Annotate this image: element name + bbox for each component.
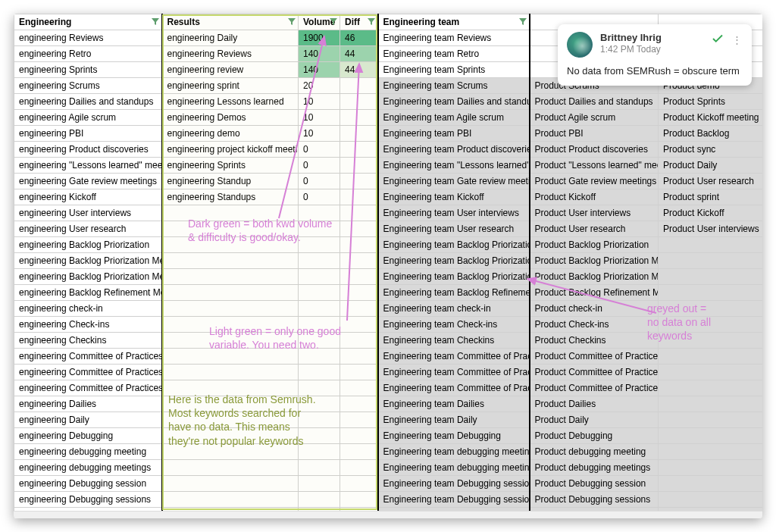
cell[interactable]	[299, 444, 340, 460]
cell[interactable]: Product "Lessons learned" meeting	[530, 158, 659, 174]
cell[interactable]: Engineering team Debugging session	[378, 476, 530, 492]
cell[interactable]: Product Committee of Practices meeting	[530, 365, 659, 380]
cell[interactable]	[340, 189, 378, 205]
cell[interactable]	[162, 253, 299, 269]
cell[interactable]	[340, 221, 378, 237]
table-row[interactable]: engineering DailyEngineering team DailyP…	[14, 412, 763, 428]
cell[interactable]: engineering debugging meeting	[14, 444, 162, 460]
col-header-engineering[interactable]: Engineering	[14, 14, 162, 30]
cell[interactable]	[162, 476, 299, 492]
cell[interactable]	[659, 317, 763, 333]
cell[interactable]: engineering Demos	[162, 110, 299, 126]
cell[interactable]: engineering Dailies and standups	[14, 94, 162, 110]
cell[interactable]: Product Kickoff	[659, 205, 763, 221]
cell[interactable]	[340, 285, 378, 301]
cell[interactable]: Product Backlog Refinement Meeting	[530, 285, 659, 301]
cell[interactable]: Engineering team User interviews	[378, 205, 530, 221]
cell[interactable]	[299, 333, 340, 349]
cell[interactable]	[340, 205, 378, 221]
cell[interactable]	[659, 380, 763, 396]
cell[interactable]: Product User interviews	[659, 221, 763, 237]
cell[interactable]	[340, 380, 378, 396]
cell[interactable]	[299, 365, 340, 380]
cell[interactable]: Product Backlog Priorization	[530, 237, 659, 253]
cell[interactable]: Product Daily	[659, 158, 763, 174]
col-header-team[interactable]: Engineering team	[378, 14, 530, 30]
table-row[interactable]: engineering DailiesEngineering team Dail…	[14, 396, 763, 412]
cell[interactable]: engineering Debugging sessions	[14, 492, 162, 508]
cell[interactable]: engineering Standup	[162, 174, 299, 189]
cell[interactable]: 44	[340, 46, 378, 62]
cell[interactable]	[659, 301, 763, 317]
cell[interactable]: Engineering team Gate review meeting	[378, 174, 530, 189]
cell[interactable]	[340, 317, 378, 333]
cell[interactable]	[299, 301, 340, 317]
cell[interactable]: 20	[299, 78, 340, 94]
col-header-results[interactable]: Results	[162, 14, 299, 30]
cell[interactable]: 0	[299, 142, 340, 158]
cell[interactable]: engineering Gate review meetings	[14, 174, 162, 189]
cell[interactable]: engineering Sprints	[14, 62, 162, 78]
cell[interactable]: Engineering team "Lessons learned"	[378, 158, 530, 174]
cell[interactable]: Product debugging meetings	[530, 460, 659, 476]
cell[interactable]	[659, 460, 763, 476]
cell[interactable]	[299, 253, 340, 269]
cell[interactable]: Product Kickoff	[530, 189, 659, 205]
cell[interactable]: Product sprint	[659, 189, 763, 205]
cell[interactable]: Product Debugging	[530, 428, 659, 444]
cell[interactable]: engineering "Lessons learned" meeting	[14, 158, 162, 174]
cell[interactable]	[340, 237, 378, 253]
table-row[interactable]: engineering debugging meetingEngineering…	[14, 444, 763, 460]
cell[interactable]	[659, 476, 763, 492]
cell[interactable]	[340, 396, 378, 412]
table-row[interactable]: engineering PBIengineering demo10Enginee…	[14, 126, 763, 142]
cell[interactable]: engineering review	[162, 62, 299, 78]
cell[interactable]: Product check-in	[530, 301, 659, 317]
cell[interactable]	[659, 237, 763, 253]
cell[interactable]	[340, 158, 378, 174]
cell[interactable]: Engineering team Backlog Priorization	[378, 237, 530, 253]
cell[interactable]: Engineering team Committee of Practices	[378, 380, 530, 396]
table-row[interactable]: engineering Backlog Refinement MeetingEn…	[14, 285, 763, 301]
table-row[interactable]: engineering Backlog PriorizationEngineer…	[14, 237, 763, 253]
cell[interactable]: Engineering team Committee of Practices	[378, 365, 530, 380]
cell[interactable]	[340, 444, 378, 460]
cell[interactable]: 10	[299, 110, 340, 126]
cell[interactable]: Product debugging meeting	[530, 444, 659, 460]
cell[interactable]: 1900	[299, 30, 340, 46]
cell[interactable]: Engineering team Check-ins	[378, 317, 530, 333]
cell[interactable]: engineering Backlog Refinement Meeting	[14, 285, 162, 301]
cell[interactable]: Product User interviews	[530, 205, 659, 221]
cell[interactable]: Engineering team debugging meeting	[378, 460, 530, 476]
cell[interactable]: Product PBI	[530, 126, 659, 142]
cell[interactable]	[299, 349, 340, 365]
cell[interactable]: 0	[299, 189, 340, 205]
cell[interactable]	[162, 333, 299, 349]
cell[interactable]: Engineering team Debugging	[378, 428, 530, 444]
cell[interactable]	[340, 110, 378, 126]
cell[interactable]: engineering Committee of Practices	[14, 349, 162, 365]
cell[interactable]: Product Debugging sessions	[530, 492, 659, 508]
cell[interactable]	[162, 492, 299, 508]
cell[interactable]: Product Agile scrum	[530, 110, 659, 126]
cell[interactable]	[299, 317, 340, 333]
cell[interactable]: Engineering team Product discoveries	[378, 142, 530, 158]
cell[interactable]: 44	[340, 62, 378, 78]
table-row[interactable]: engineering Product discoveriesengineeri…	[14, 142, 763, 158]
filter-icon[interactable]	[519, 18, 527, 26]
filter-icon[interactable]	[288, 18, 296, 26]
col-header-volume[interactable]: Volume	[299, 14, 340, 30]
table-row[interactable]: engineering "Lessons learned" meetingeng…	[14, 158, 763, 174]
cell[interactable]	[659, 444, 763, 460]
cell[interactable]: engineering Reviews	[162, 46, 299, 62]
spreadsheet-grid[interactable]: Engineering Results Volume Diff Engineer…	[14, 14, 762, 518]
cell[interactable]	[659, 269, 763, 285]
cell[interactable]: Engineering team Daily	[378, 412, 530, 428]
filter-icon[interactable]	[152, 18, 159, 26]
cell[interactable]	[299, 237, 340, 253]
table-row[interactable]: engineering User researchEngineering tea…	[14, 221, 763, 237]
cell[interactable]: Product sync	[659, 142, 763, 158]
cell[interactable]	[659, 285, 763, 301]
cell[interactable]	[659, 253, 763, 269]
cell[interactable]	[659, 365, 763, 380]
